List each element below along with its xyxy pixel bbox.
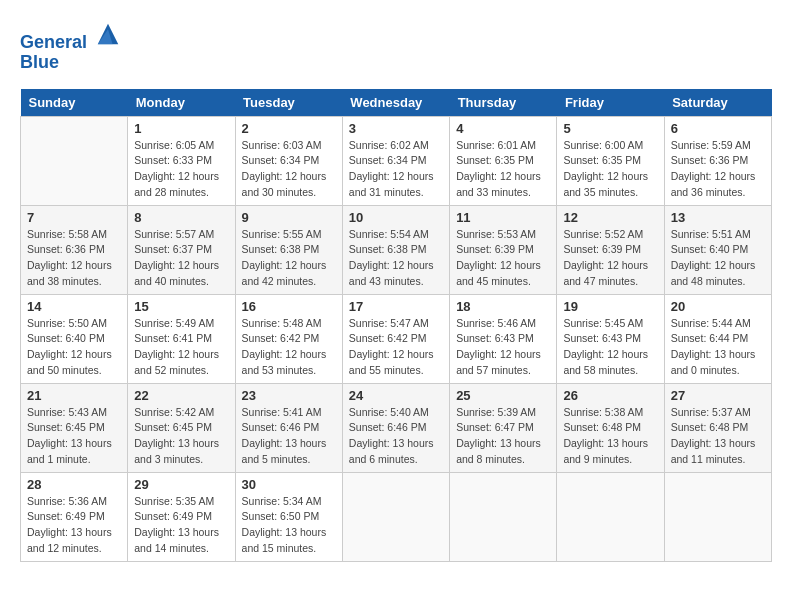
calendar-cell: 28Sunrise: 5:36 AM Sunset: 6:49 PM Dayli… — [21, 472, 128, 561]
calendar-cell: 24Sunrise: 5:40 AM Sunset: 6:46 PM Dayli… — [342, 383, 449, 472]
day-detail: Sunrise: 5:52 AM Sunset: 6:39 PM Dayligh… — [563, 227, 657, 290]
day-number: 3 — [349, 121, 443, 136]
calendar-week-3: 14Sunrise: 5:50 AM Sunset: 6:40 PM Dayli… — [21, 294, 772, 383]
calendar-cell: 6Sunrise: 5:59 AM Sunset: 6:36 PM Daylig… — [664, 116, 771, 205]
day-detail: Sunrise: 5:54 AM Sunset: 6:38 PM Dayligh… — [349, 227, 443, 290]
day-detail: Sunrise: 5:53 AM Sunset: 6:39 PM Dayligh… — [456, 227, 550, 290]
day-number: 28 — [27, 477, 121, 492]
day-number: 24 — [349, 388, 443, 403]
day-number: 12 — [563, 210, 657, 225]
day-detail: Sunrise: 5:45 AM Sunset: 6:43 PM Dayligh… — [563, 316, 657, 379]
calendar-week-4: 21Sunrise: 5:43 AM Sunset: 6:45 PM Dayli… — [21, 383, 772, 472]
day-detail: Sunrise: 5:57 AM Sunset: 6:37 PM Dayligh… — [134, 227, 228, 290]
page-header: General Blue — [20, 20, 772, 73]
logo-blue: Blue — [20, 52, 59, 72]
calendar-cell: 14Sunrise: 5:50 AM Sunset: 6:40 PM Dayli… — [21, 294, 128, 383]
day-detail: Sunrise: 5:58 AM Sunset: 6:36 PM Dayligh… — [27, 227, 121, 290]
calendar-cell: 8Sunrise: 5:57 AM Sunset: 6:37 PM Daylig… — [128, 205, 235, 294]
day-number: 29 — [134, 477, 228, 492]
calendar-cell: 22Sunrise: 5:42 AM Sunset: 6:45 PM Dayli… — [128, 383, 235, 472]
day-detail: Sunrise: 5:55 AM Sunset: 6:38 PM Dayligh… — [242, 227, 336, 290]
day-detail: Sunrise: 5:34 AM Sunset: 6:50 PM Dayligh… — [242, 494, 336, 557]
day-detail: Sunrise: 5:37 AM Sunset: 6:48 PM Dayligh… — [671, 405, 765, 468]
day-detail: Sunrise: 5:40 AM Sunset: 6:46 PM Dayligh… — [349, 405, 443, 468]
calendar-cell: 15Sunrise: 5:49 AM Sunset: 6:41 PM Dayli… — [128, 294, 235, 383]
day-number: 6 — [671, 121, 765, 136]
logo: General Blue — [20, 20, 122, 73]
calendar-cell: 27Sunrise: 5:37 AM Sunset: 6:48 PM Dayli… — [664, 383, 771, 472]
calendar-cell: 9Sunrise: 5:55 AM Sunset: 6:38 PM Daylig… — [235, 205, 342, 294]
calendar-week-1: 1Sunrise: 6:05 AM Sunset: 6:33 PM Daylig… — [21, 116, 772, 205]
day-detail: Sunrise: 5:39 AM Sunset: 6:47 PM Dayligh… — [456, 405, 550, 468]
day-header-sunday: Sunday — [21, 89, 128, 117]
calendar-cell: 25Sunrise: 5:39 AM Sunset: 6:47 PM Dayli… — [450, 383, 557, 472]
calendar-cell: 1Sunrise: 6:05 AM Sunset: 6:33 PM Daylig… — [128, 116, 235, 205]
day-detail: Sunrise: 5:42 AM Sunset: 6:45 PM Dayligh… — [134, 405, 228, 468]
day-number: 23 — [242, 388, 336, 403]
day-number: 18 — [456, 299, 550, 314]
calendar-cell: 12Sunrise: 5:52 AM Sunset: 6:39 PM Dayli… — [557, 205, 664, 294]
day-detail: Sunrise: 6:02 AM Sunset: 6:34 PM Dayligh… — [349, 138, 443, 201]
calendar-cell: 5Sunrise: 6:00 AM Sunset: 6:35 PM Daylig… — [557, 116, 664, 205]
day-header-tuesday: Tuesday — [235, 89, 342, 117]
day-number: 22 — [134, 388, 228, 403]
logo-icon — [94, 20, 122, 48]
calendar-cell: 29Sunrise: 5:35 AM Sunset: 6:49 PM Dayli… — [128, 472, 235, 561]
calendar-header-row: SundayMondayTuesdayWednesdayThursdayFrid… — [21, 89, 772, 117]
logo-general: General — [20, 32, 87, 52]
day-number: 19 — [563, 299, 657, 314]
calendar-week-2: 7Sunrise: 5:58 AM Sunset: 6:36 PM Daylig… — [21, 205, 772, 294]
calendar-cell: 20Sunrise: 5:44 AM Sunset: 6:44 PM Dayli… — [664, 294, 771, 383]
day-number: 14 — [27, 299, 121, 314]
day-detail: Sunrise: 5:41 AM Sunset: 6:46 PM Dayligh… — [242, 405, 336, 468]
day-number: 16 — [242, 299, 336, 314]
calendar-cell — [557, 472, 664, 561]
day-detail: Sunrise: 6:03 AM Sunset: 6:34 PM Dayligh… — [242, 138, 336, 201]
calendar-table: SundayMondayTuesdayWednesdayThursdayFrid… — [20, 89, 772, 562]
day-number: 13 — [671, 210, 765, 225]
day-detail: Sunrise: 6:01 AM Sunset: 6:35 PM Dayligh… — [456, 138, 550, 201]
calendar-cell: 11Sunrise: 5:53 AM Sunset: 6:39 PM Dayli… — [450, 205, 557, 294]
day-detail: Sunrise: 5:43 AM Sunset: 6:45 PM Dayligh… — [27, 405, 121, 468]
calendar-cell: 17Sunrise: 5:47 AM Sunset: 6:42 PM Dayli… — [342, 294, 449, 383]
day-detail: Sunrise: 5:38 AM Sunset: 6:48 PM Dayligh… — [563, 405, 657, 468]
day-number: 9 — [242, 210, 336, 225]
calendar-cell: 16Sunrise: 5:48 AM Sunset: 6:42 PM Dayli… — [235, 294, 342, 383]
day-number: 20 — [671, 299, 765, 314]
day-number: 25 — [456, 388, 550, 403]
day-detail: Sunrise: 5:59 AM Sunset: 6:36 PM Dayligh… — [671, 138, 765, 201]
day-header-thursday: Thursday — [450, 89, 557, 117]
calendar-cell: 13Sunrise: 5:51 AM Sunset: 6:40 PM Dayli… — [664, 205, 771, 294]
calendar-cell: 10Sunrise: 5:54 AM Sunset: 6:38 PM Dayli… — [342, 205, 449, 294]
calendar-cell — [342, 472, 449, 561]
calendar-cell: 7Sunrise: 5:58 AM Sunset: 6:36 PM Daylig… — [21, 205, 128, 294]
day-number: 27 — [671, 388, 765, 403]
calendar-cell — [664, 472, 771, 561]
day-detail: Sunrise: 5:44 AM Sunset: 6:44 PM Dayligh… — [671, 316, 765, 379]
day-number: 30 — [242, 477, 336, 492]
day-detail: Sunrise: 5:47 AM Sunset: 6:42 PM Dayligh… — [349, 316, 443, 379]
calendar-cell: 19Sunrise: 5:45 AM Sunset: 6:43 PM Dayli… — [557, 294, 664, 383]
day-number: 11 — [456, 210, 550, 225]
calendar-cell: 21Sunrise: 5:43 AM Sunset: 6:45 PM Dayli… — [21, 383, 128, 472]
day-number: 10 — [349, 210, 443, 225]
day-header-saturday: Saturday — [664, 89, 771, 117]
day-number: 1 — [134, 121, 228, 136]
day-header-monday: Monday — [128, 89, 235, 117]
day-detail: Sunrise: 5:51 AM Sunset: 6:40 PM Dayligh… — [671, 227, 765, 290]
day-detail: Sunrise: 5:46 AM Sunset: 6:43 PM Dayligh… — [456, 316, 550, 379]
day-number: 8 — [134, 210, 228, 225]
day-number: 5 — [563, 121, 657, 136]
calendar-cell — [450, 472, 557, 561]
day-number: 2 — [242, 121, 336, 136]
calendar-cell: 23Sunrise: 5:41 AM Sunset: 6:46 PM Dayli… — [235, 383, 342, 472]
day-number: 15 — [134, 299, 228, 314]
day-number: 26 — [563, 388, 657, 403]
day-detail: Sunrise: 5:35 AM Sunset: 6:49 PM Dayligh… — [134, 494, 228, 557]
day-detail: Sunrise: 6:05 AM Sunset: 6:33 PM Dayligh… — [134, 138, 228, 201]
calendar-cell: 4Sunrise: 6:01 AM Sunset: 6:35 PM Daylig… — [450, 116, 557, 205]
day-header-wednesday: Wednesday — [342, 89, 449, 117]
calendar-cell: 30Sunrise: 5:34 AM Sunset: 6:50 PM Dayli… — [235, 472, 342, 561]
calendar-cell: 26Sunrise: 5:38 AM Sunset: 6:48 PM Dayli… — [557, 383, 664, 472]
day-detail: Sunrise: 5:50 AM Sunset: 6:40 PM Dayligh… — [27, 316, 121, 379]
